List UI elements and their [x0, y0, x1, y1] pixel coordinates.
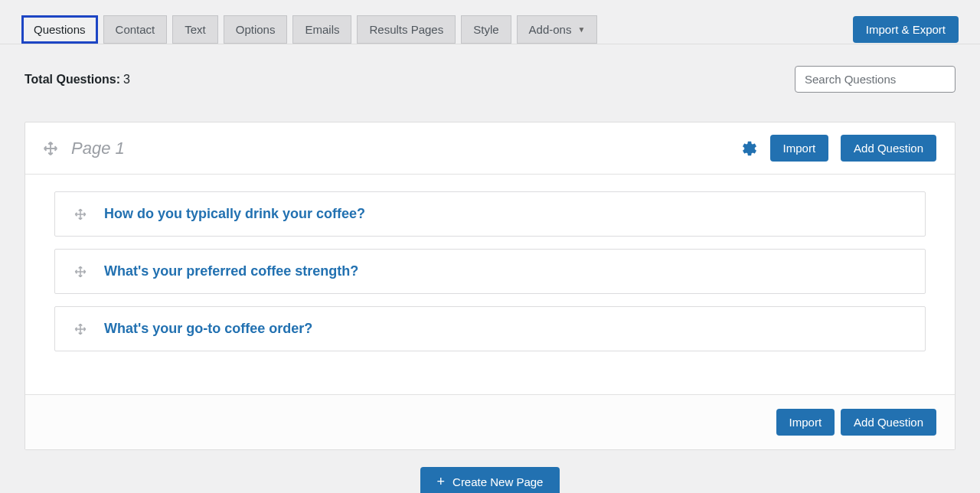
tab-options[interactable]: Options	[224, 15, 288, 44]
search-input[interactable]	[795, 66, 956, 93]
drag-handle-icon[interactable]	[74, 207, 87, 221]
drag-handle-icon[interactable]	[74, 265, 87, 279]
tab-contact[interactable]: Contact	[103, 15, 168, 44]
import-button[interactable]: Import	[770, 135, 829, 162]
tab-label: Options	[236, 23, 276, 36]
tab-questions[interactable]: Questions	[21, 15, 98, 44]
add-question-button-footer[interactable]: Add Question	[841, 409, 936, 436]
question-title[interactable]: How do you typically drink your coffee?	[104, 206, 365, 222]
question-item[interactable]: How do you typically drink your coffee?	[54, 191, 926, 237]
tab-label: Add-ons	[529, 23, 572, 36]
gear-icon[interactable]	[741, 140, 758, 157]
question-title[interactable]: What's your go-to coffee order?	[104, 321, 312, 337]
tabs-group: Questions Contact Text Options Emails Re…	[21, 15, 597, 44]
drag-handle-icon[interactable]	[42, 140, 59, 157]
total-questions-label: Total Questions:	[24, 73, 120, 87]
tab-emails[interactable]: Emails	[292, 15, 351, 44]
import-export-button[interactable]: Import & Export	[853, 16, 959, 43]
add-question-button[interactable]: Add Question	[841, 135, 936, 162]
tab-label: Style	[473, 23, 498, 36]
page-header: Page 1 Import Add Question	[25, 122, 955, 175]
question-item[interactable]: What's your preferred coffee strength?	[54, 249, 926, 294]
tab-bar: Questions Contact Text Options Emails Re…	[0, 0, 980, 44]
tab-text[interactable]: Text	[172, 15, 218, 44]
meta-row: Total Questions: 3	[0, 44, 980, 100]
tab-label: Questions	[34, 23, 86, 36]
tab-label: Contact	[116, 23, 155, 36]
tab-label: Results Pages	[369, 23, 443, 36]
total-questions-count: 3	[123, 73, 130, 87]
questions-list: How do you typically drink your coffee? …	[25, 175, 955, 394]
create-new-page-label: Create New Page	[452, 475, 543, 488]
footer-actions: Import Add Question	[25, 394, 955, 449]
question-title[interactable]: What's your preferred coffee strength?	[104, 263, 358, 279]
page-container: Page 1 Import Add Question How do you ty…	[24, 122, 956, 450]
create-page-row: + Create New Page	[0, 467, 980, 493]
tab-results-pages[interactable]: Results Pages	[357, 15, 456, 44]
drag-handle-icon[interactable]	[74, 322, 87, 336]
page-title: Page 1	[71, 139, 729, 158]
create-new-page-button[interactable]: + Create New Page	[420, 467, 560, 493]
tab-style[interactable]: Style	[461, 15, 511, 44]
import-button-footer[interactable]: Import	[776, 409, 835, 436]
plus-icon: +	[437, 475, 446, 488]
tab-addons[interactable]: Add-ons ▼	[517, 15, 598, 44]
tab-label: Text	[185, 23, 206, 36]
tab-label: Emails	[305, 23, 339, 36]
caret-down-icon: ▼	[577, 25, 585, 34]
question-item[interactable]: What's your go-to coffee order?	[54, 306, 926, 351]
